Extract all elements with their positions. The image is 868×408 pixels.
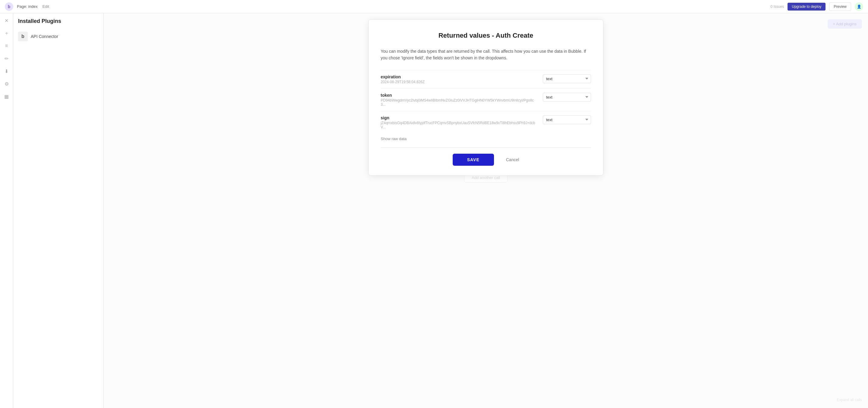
settings-icon[interactable]: ⚙	[3, 80, 10, 87]
show-raw-data-link[interactable]: Show raw data	[381, 136, 407, 141]
field-type-select-token[interactable]: text number date boolean Ignore field	[543, 93, 591, 101]
field-info-token: token PD94bWwgdmVyc2lvbj0iMS4wIiBIbmNvZG…	[381, 93, 537, 107]
modal-description: You can modify the data types that are r…	[381, 48, 591, 61]
add-icon[interactable]: ＋	[3, 30, 10, 37]
topbar-edit[interactable]: Edit	[42, 4, 49, 9]
topbar-page: Page: index	[17, 4, 38, 9]
modal-actions: SAVE Cancel	[381, 154, 591, 166]
main-content: Returned values - Auth Create You can mo…	[104, 13, 868, 408]
plugin-name: API Connector	[31, 34, 58, 39]
field-row-sign: sign jZ4qmxbisGq4DBAidlv8IyjdfTrucFPCqmv…	[381, 111, 591, 133]
field-name-expiration: expiration	[381, 74, 537, 79]
plugins-sidebar-title: Installed Plugins	[18, 18, 98, 24]
modal: Returned values - Auth Create You can mo…	[368, 19, 603, 176]
plugin-logo: b	[18, 32, 28, 41]
field-type-select-expiration[interactable]: text number date boolean Ignore field	[543, 74, 591, 83]
left-icon-sidebar: ✕ ＋ ≡ ✏ ⬇ ⚙ ▦	[0, 13, 13, 408]
list-icon[interactable]: ≡	[3, 42, 10, 50]
close-icon[interactable]: ✕	[3, 17, 10, 24]
modal-title: Returned values - Auth Create	[381, 32, 591, 39]
plugin-item-api-connector[interactable]: b API Connector	[18, 29, 98, 44]
plugin-icon[interactable]: ⬇	[3, 67, 10, 75]
plugins-sidebar: Installed Plugins b API Connector	[13, 13, 104, 408]
field-info-sign: sign jZ4qmxbisGq4DBAidlv8IyjdfTrucFPCqmv…	[381, 116, 537, 129]
field-value-sign: jZ4qmxbisGq4DBAidlv8IyjdfTrucFPCqmvSBpny…	[381, 121, 537, 129]
field-value-token: PD94bWwgdmVyc2lvbj0iMS4wIiBIbmNvZGluZz0i…	[381, 98, 537, 107]
field-row-token: token PD94bWwgdmVyc2lvbj0iMS4wIiBIbmNvZG…	[381, 88, 591, 111]
avatar: 👤	[855, 2, 863, 11]
preview-button[interactable]: Preview	[829, 2, 851, 11]
field-row-expiration: expiration 2024-08-29T19:58:04.826Z text…	[381, 70, 591, 88]
modal-divider	[381, 147, 591, 148]
topbar-issues: 0 Issues	[771, 4, 784, 9]
field-value-expiration: 2024-08-29T19:58:04.826Z	[381, 80, 537, 84]
field-info-expiration: expiration 2024-08-29T19:58:04.826Z	[381, 74, 537, 84]
grid-icon[interactable]: ▦	[3, 93, 10, 100]
edit-icon[interactable]: ✏	[3, 55, 10, 62]
field-name-token: token	[381, 93, 537, 98]
save-button[interactable]: SAVE	[453, 154, 494, 166]
cancel-button[interactable]: Cancel	[506, 157, 519, 162]
topbar-logo: b	[5, 2, 13, 11]
upgrade-to-deploy-button[interactable]: Upgrade to deploy	[787, 3, 826, 10]
field-type-select-sign[interactable]: text number date boolean Ignore field	[543, 116, 591, 124]
topbar: b Page: index Edit 0 Issues Upgrade to d…	[0, 0, 868, 13]
field-name-sign: sign	[381, 116, 537, 120]
modal-overlay: Returned values - Auth Create You can mo…	[104, 13, 868, 408]
